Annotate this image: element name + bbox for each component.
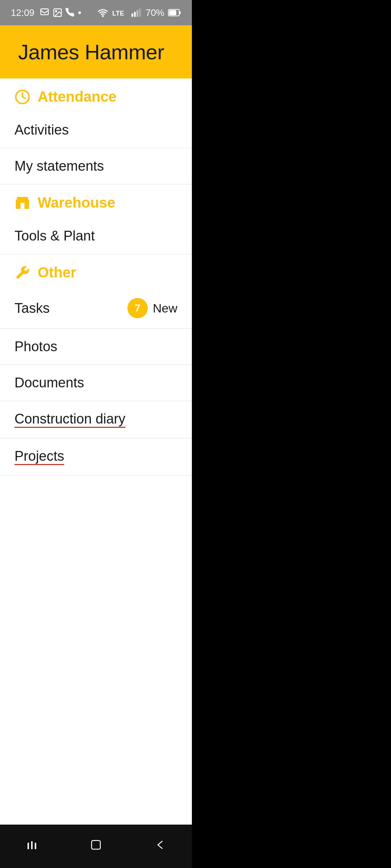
warehouse-title: Warehouse: [38, 195, 115, 211]
header: James Hammer: [0, 25, 192, 78]
tasks-item[interactable]: Tasks 7 New: [0, 288, 192, 329]
my-statements-item[interactable]: My statements: [0, 148, 192, 184]
attendance-section-header: Attendance: [0, 78, 192, 112]
svg-rect-11: [169, 10, 176, 15]
status-time: 12:09 •: [11, 7, 81, 18]
svg-rect-6: [134, 12, 136, 17]
status-bar: 12:09 • LTE 70%: [0, 0, 192, 25]
signal-icon: [130, 8, 142, 18]
tasks-badge: 7: [127, 298, 148, 318]
status-icons-right: LTE 70%: [97, 7, 181, 18]
dot-indicator: •: [78, 7, 81, 18]
svg-point-2: [55, 10, 57, 12]
android-nav-bar: [0, 825, 192, 868]
wrench-icon: [14, 265, 30, 281]
store-icon: [14, 195, 30, 211]
tasks-badge-container: 7 New: [127, 298, 177, 318]
other-section-header: Other: [0, 254, 192, 288]
svg-rect-19: [31, 841, 33, 849]
home-button[interactable]: [89, 838, 103, 855]
photos-item[interactable]: Photos: [0, 329, 192, 365]
construction-diary-item[interactable]: Construction diary: [0, 401, 192, 438]
svg-rect-8: [139, 8, 141, 17]
documents-item[interactable]: Documents: [0, 365, 192, 401]
lte-icon: LTE: [112, 8, 127, 18]
warehouse-section-header: Warehouse: [0, 184, 192, 218]
svg-rect-15: [16, 199, 29, 202]
time-display: 12:09: [11, 7, 34, 18]
svg-rect-20: [35, 843, 36, 849]
attendance-title: Attendance: [38, 89, 117, 105]
menu-content: Attendance Activities My statements Ware…: [0, 78, 192, 830]
svg-rect-7: [136, 10, 138, 17]
svg-rect-5: [131, 13, 133, 17]
battery-icon: [168, 9, 181, 17]
activities-item[interactable]: Activities: [0, 112, 192, 148]
wifi-icon: [97, 8, 109, 18]
tasks-badge-label: New: [153, 301, 177, 315]
phone-icon: [66, 8, 75, 17]
other-title: Other: [38, 264, 76, 281]
image-icon: [52, 8, 63, 18]
back-button[interactable]: [153, 838, 167, 855]
svg-rect-18: [28, 843, 29, 849]
svg-rect-21: [92, 841, 100, 849]
status-icons-left: •: [39, 7, 81, 18]
svg-rect-14: [21, 203, 25, 209]
notification-icon: [39, 8, 50, 18]
user-name: James Hammer: [18, 40, 177, 64]
projects-item[interactable]: Projects: [0, 438, 192, 476]
recent-apps-button[interactable]: [25, 838, 39, 855]
clock-icon: [14, 89, 30, 105]
tools-plant-item[interactable]: Tools & Plant: [0, 218, 192, 254]
svg-point-3: [102, 16, 103, 16]
battery-percent: 70%: [146, 7, 164, 18]
svg-rect-10: [179, 11, 181, 14]
svg-text:LTE: LTE: [112, 10, 124, 17]
